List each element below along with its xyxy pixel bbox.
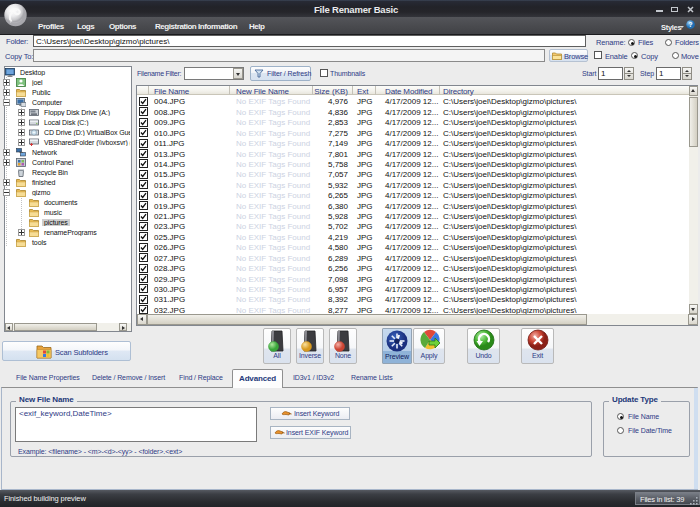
svg-text:?: ? (689, 21, 693, 28)
